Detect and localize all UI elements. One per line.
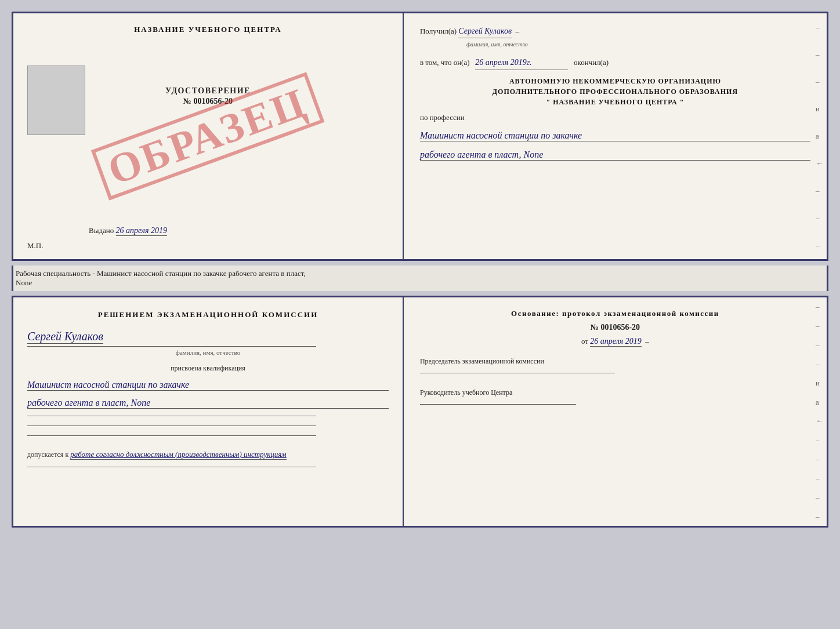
resolution-title: Решением экзаменационной комиссии	[27, 309, 389, 321]
signature-line-name	[27, 346, 316, 347]
poluchil-row: Получил(а) Сергей Кулаков – фамилия, имя…	[420, 25, 810, 50]
dopuskaetsya-block: допускается к работе согласно должностны…	[27, 450, 389, 460]
po-professii-label: по профессии	[420, 113, 465, 122]
person-name: Сергей Кулаков	[27, 330, 103, 344]
profession-line1: Машинист насосной станции по закачке	[420, 130, 810, 141]
rukovoditel-label: Руководитель учебного Центра	[420, 388, 810, 397]
rukovoditel-signature-line	[420, 404, 576, 405]
protocol-num: № 0010656-20	[420, 323, 810, 332]
org-block: АВТОНОМНУЮ НЕКОММЕРЧЕСКУЮ ОРГАНИЗАЦИЮ ДО…	[420, 76, 810, 107]
familiya-hint: фамилия, имя, отчество	[466, 41, 528, 48]
dopuskaetsya-label: допускается к	[27, 450, 68, 459]
bottom-profession-handwritten-1: Машинист насосной станции по закачке	[27, 377, 389, 391]
vydano-label: Выдано	[89, 226, 114, 235]
separator-text: Рабочая специальность - Машинист насосно…	[12, 266, 828, 291]
signature-line-3	[27, 435, 316, 436]
right-dashes: – – – и а ← – – –	[816, 13, 823, 259]
familiya-hint-bottom: фамилия, имя, отчество	[27, 349, 389, 356]
signature-line-bottom	[27, 467, 316, 467]
predsedatel-label: Председатель экзаменационной комиссии	[420, 357, 810, 366]
page-wrapper: НАЗВАНИЕ УЧЕБНОГО ЦЕНТРА УДОСТОВЕРЕНИЕ №…	[12, 12, 828, 528]
bottom-profession-handwritten-2: рабочего агента в пласт, None	[27, 395, 389, 409]
profession-line2: рабочего агента в пласт, None	[420, 150, 810, 161]
mp-label: М.П.	[27, 241, 43, 250]
bottom-profession-line2: рабочего агента в пласт, None	[27, 398, 389, 409]
separator-line1: Рабочая специальность - Машинист насосно…	[16, 269, 306, 278]
signature-line-1	[27, 416, 316, 416]
chairman-signature-line	[420, 373, 615, 373]
profession-handwritten-2: рабочего агента в пласт, None	[420, 147, 810, 161]
ot-label: от	[581, 337, 588, 346]
bottom-document: Решением экзаменационной комиссии Сергей…	[12, 296, 828, 528]
udostoverenie-label: УДОСТОВЕРЕНИЕ	[165, 86, 251, 96]
udostoverenie-block: УДОСТОВЕРЕНИЕ № 0010656-20	[165, 86, 251, 106]
bottom-left-panel: Решением экзаменационной комиссии Сергей…	[13, 297, 404, 526]
v-tom-label: в том, что он(а)	[420, 58, 470, 67]
v-tom-row: в том, что он(а) 26 апреля 2019г. окончи…	[420, 56, 810, 70]
org-line3: " НАЗВАНИЕ УЧЕБНОГО ЦЕНТРА "	[420, 97, 810, 107]
predsedatel-text: Председатель экзаменационной комиссии	[420, 357, 544, 365]
signature-line-2	[27, 426, 316, 426]
vydano-date: 26 апреля 2019	[116, 226, 167, 236]
top-document: НАЗВАНИЕ УЧЕБНОГО ЦЕНТРА УДОСТОВЕРЕНИЕ №…	[12, 12, 828, 261]
rukovoditel-text: Руководитель учебного Центра	[420, 388, 512, 397]
prisvoena-label: присвоена квалификация	[27, 364, 389, 373]
resheniyem-label: Решением экзаменационной комиссии	[98, 310, 318, 319]
ot-date: от 26 апреля 2019 –	[420, 337, 810, 347]
udostoverenie-num: № 0010656-20	[183, 97, 233, 106]
ot-date-value: 26 апреля 2019	[590, 337, 641, 347]
poluchil-value: Сергей Кулаков	[458, 25, 512, 38]
org-line1: АВТОНОМНУЮ НЕКОММЕРЧЕСКУЮ ОРГАНИЗАЦИЮ	[420, 76, 810, 86]
okonchil-label: окончил(а)	[574, 58, 609, 67]
org-line2: ДОПОЛНИТЕЛЬНОГО ПРОФЕССИОНАЛЬНОГО ОБРАЗО…	[420, 86, 810, 97]
bottom-right-panel: Основание: протокол экзаменационной коми…	[404, 297, 827, 526]
dopuskaetsya-value: работе согласно должностным (производств…	[70, 450, 286, 460]
right-dashes-bottom: – – – – и а ← – – – – –	[816, 297, 823, 526]
bottom-profession-line1: Машинист насосной станции по закачке	[27, 380, 389, 391]
vydano-line: Выдано 26 апреля 2019	[89, 226, 167, 236]
v-tom-date: 26 апреля 2019г.	[475, 56, 568, 70]
top-right-panel: Получил(а) Сергей Кулаков – фамилия, имя…	[404, 13, 827, 259]
osnovaniye-title: Основание: протокол экзаменационной коми…	[420, 309, 810, 318]
person-name-block: Сергей Кулаков фамилия, имя, отчество	[27, 330, 389, 356]
top-left-panel: НАЗВАНИЕ УЧЕБНОГО ЦЕНТРА УДОСТОВЕРЕНИЕ №…	[13, 13, 404, 259]
photo-placeholder	[27, 66, 85, 135]
po-professii: по профессии	[420, 113, 810, 122]
profession-handwritten-1: Машинист насосной станции по закачке	[420, 128, 810, 141]
separator-line2: None	[16, 278, 32, 287]
poluchil-label: Получил(а)	[420, 27, 457, 35]
top-center-title: НАЗВАНИЕ УЧЕБНОГО ЦЕНТРА	[134, 25, 282, 34]
